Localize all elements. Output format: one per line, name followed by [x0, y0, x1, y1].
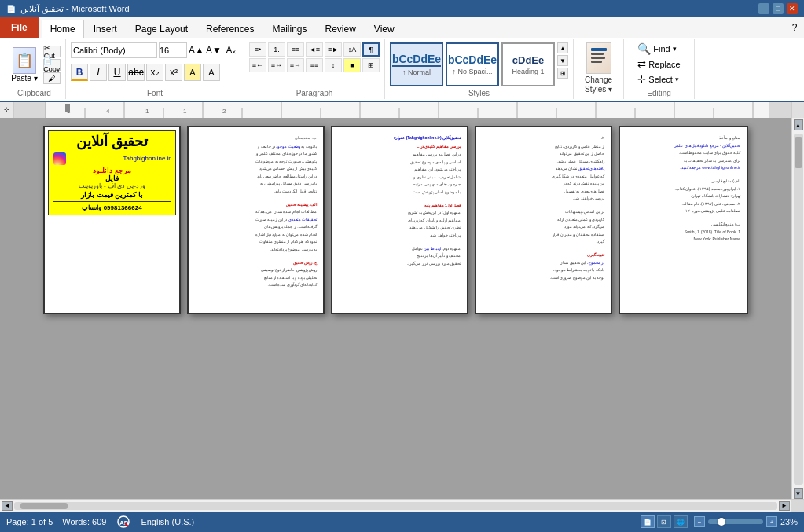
font-name-input[interactable] [71, 42, 157, 58]
ribbon-top-bar: File Home Insert Page Layout References … [0, 17, 804, 38]
font-color-button[interactable]: A [203, 64, 220, 81]
styles-scroll-buttons: ▲ ▼ ⊞ [557, 42, 568, 79]
zoom-out-button[interactable]: − [694, 516, 705, 527]
scroll-up-button[interactable]: ▲ [794, 119, 803, 130]
decrease-indent-button[interactable]: ◄≡ [306, 42, 323, 57]
ruler-corner[interactable]: ⊹ [0, 102, 14, 118]
show-formatting-button[interactable]: ¶ [362, 42, 380, 57]
tab-home[interactable]: Home [42, 20, 84, 39]
page2-line3: پژوهشی، ضرورت توجه به موضوعات [195, 159, 317, 165]
text-highlight-button[interactable]: A [184, 64, 201, 81]
align-center-button[interactable]: ≡↔ [268, 58, 285, 72]
page5-line12: 1. Smith, J. (2018). Title of Book. [626, 229, 740, 236]
select-label: Select [648, 75, 673, 84]
increase-indent-button[interactable]: ≡► [325, 42, 342, 57]
justify-button[interactable]: ≡≡ [306, 58, 323, 72]
minimize-button[interactable]: ─ [758, 3, 769, 14]
sort-button[interactable]: ↕A [343, 42, 361, 57]
maximize-button[interactable]: □ [773, 3, 784, 14]
select-button[interactable]: ⊹ Select ▾ [637, 73, 679, 85]
scroll-left-button[interactable]: ◄ [2, 501, 13, 511]
title-bar: 📄 تحقیق آنلاین - Microsoft Word ─ □ ✕ [0, 0, 804, 17]
file-tab[interactable]: File [0, 17, 39, 38]
style-heading1-button[interactable]: cDdEe Heading 1 [501, 42, 555, 86]
align-left-button[interactable]: ≡← [249, 58, 266, 72]
subscript-button[interactable]: x₂ [146, 64, 163, 81]
h-scroll-thumb[interactable] [20, 503, 68, 509]
full-screen-button[interactable]: ⊡ [657, 515, 671, 528]
zoom-in-button[interactable]: + [766, 516, 777, 527]
doc-page-1: تحقیق آنلاین Tahghighonline.ir مرجع دانل… [43, 126, 181, 314]
clear-formatting-button[interactable]: Aₓ [223, 42, 239, 58]
style-normal-button[interactable]: bCcDdEe ↑ Normal [390, 42, 443, 86]
font-size-input[interactable] [159, 42, 187, 58]
shading-button[interactable]: ■ [343, 58, 361, 72]
scroll-down-button[interactable]: ▼ [794, 488, 803, 499]
zoom-slider[interactable] [708, 519, 763, 524]
styles-scroll-up[interactable]: ▲ [557, 42, 568, 53]
scroll-right-button[interactable]: ► [779, 501, 790, 511]
decrease-font-button[interactable]: A▼ [206, 42, 222, 58]
ad-ref: مرجع دانلـود [53, 167, 171, 174]
styles-scroll-down[interactable]: ▼ [557, 55, 568, 66]
page2-content: ب. مقدمه‌ای با توجه به وضعیت موجود در جا… [195, 135, 317, 288]
language[interactable]: English (U.S.) [141, 517, 194, 526]
find-button[interactable]: 🔍 Find ▾ [637, 42, 676, 55]
multilevel-button[interactable]: ≡≡ [287, 42, 304, 57]
tab-references[interactable]: References [197, 20, 262, 38]
find-icon: 🔍 [637, 42, 651, 55]
scroll-thumb[interactable] [795, 137, 802, 168]
tab-mailings[interactable]: Mailings [263, 20, 315, 38]
border-button[interactable]: ⊞ [362, 58, 380, 72]
italic-button[interactable]: I [90, 64, 107, 81]
strikethrough-button[interactable]: abc [127, 64, 145, 81]
help-button[interactable]: ? [785, 17, 804, 38]
view-mode-buttons: 📄 ⊡ 🌐 [641, 515, 688, 528]
ruler-area: ⊹ [0, 102, 804, 118]
superscript-button[interactable]: x² [165, 64, 182, 81]
page3-line4: شامل تعاریف، مبانی نظری و [339, 174, 461, 181]
line-spacing-button[interactable]: ↕ [325, 58, 342, 72]
bullets-button[interactable]: ≡• [249, 42, 266, 57]
tab-review[interactable]: Review [316, 20, 364, 38]
tab-insert[interactable]: Insert [85, 20, 126, 38]
tab-view[interactable]: View [365, 20, 403, 38]
styles-expand[interactable]: ⊞ [557, 68, 568, 79]
print-layout-button[interactable]: 📄 [641, 515, 655, 528]
page4-line13: گیرد. [483, 239, 604, 245]
align-right-button[interactable]: ≡→ [287, 58, 304, 72]
ruler-right [791, 102, 804, 118]
h-scroll-track[interactable] [14, 502, 777, 510]
page3-line9: نظری تحقیق را تشکیل می‌دهند [339, 225, 461, 231]
spell-check-icon[interactable]: AB [116, 515, 131, 529]
cut-button[interactable]: ✂ Cut [43, 46, 61, 57]
replace-button[interactable]: ⇄ Replace [637, 58, 680, 70]
bold-button[interactable]: B [71, 64, 88, 81]
page2-line5: در این راستا، مطالعه حاضر سعی دارد [195, 174, 317, 180]
increase-font-button[interactable]: A▲ [189, 42, 204, 58]
copy-button[interactable]: 📄 Copy [43, 59, 61, 71]
page4-line12: استفاده محققان و مدیران قرار [483, 232, 604, 238]
underline-button[interactable]: U [108, 64, 126, 81]
close-button[interactable]: ✕ [787, 3, 798, 14]
style-nospaci-button[interactable]: bCcDdEe ↑ No Spaci... [446, 42, 499, 86]
change-styles-group: ChangeStyles ▾ [574, 39, 624, 99]
web-layout-button[interactable]: 🌐 [674, 515, 688, 528]
tab-page-layout[interactable]: Page Layout [127, 20, 196, 38]
change-styles-label: ChangeStyles ▾ [585, 75, 612, 94]
vertical-scrollbar[interactable]: ▲ ▼ [791, 118, 804, 499]
page2-line7: نتایجی قابل اتکا دست یابد. [195, 189, 317, 195]
svg-rect-0 [591, 48, 607, 51]
page2-line10: گرفته است. از جمله پژوهش‌های [195, 224, 317, 230]
format-painter-button[interactable]: 🖌 [43, 72, 61, 84]
paste-button[interactable]: 📋 Paste ▾ [8, 46, 40, 84]
scroll-track[interactable] [794, 134, 803, 485]
page4-line3: راهگشای مسائل عملی باشد. [483, 159, 604, 165]
zoom-thumb[interactable] [718, 518, 725, 526]
style-heading1-preview: cDdEe [512, 54, 544, 66]
title-bar-controls[interactable]: ─ □ ✕ [758, 3, 798, 14]
change-styles-icon [586, 42, 611, 74]
style-nospaci-preview: bCcDdEe [448, 53, 497, 66]
numbering-button[interactable]: 1. [268, 42, 285, 57]
change-styles-button[interactable]: ChangeStyles ▾ [578, 41, 619, 96]
